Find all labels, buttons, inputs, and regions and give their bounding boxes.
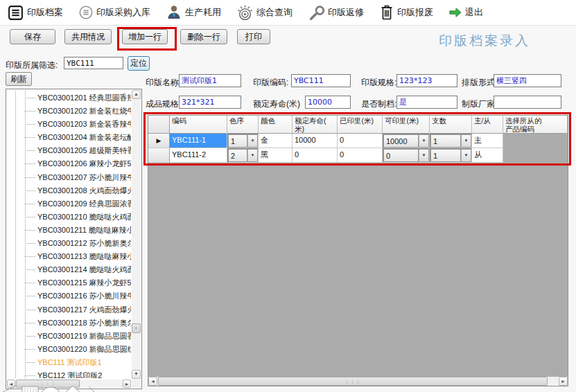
tree-item[interactable]: YBC03001211 脆哒哒麻辣小龙虾: [6, 224, 131, 237]
dropdown-arrow-icon[interactable]: ▼: [247, 149, 258, 162]
grid-column-header[interactable]: 可印里(米): [383, 116, 430, 134]
grid-cell[interactable]: 黑: [259, 148, 293, 163]
tree-item[interactable]: YBC03001204 新金装老坛酸菜面: [6, 131, 131, 144]
grid-dropdown-value: 0: [383, 149, 419, 162]
tree-item[interactable]: YBC03001212 苏小脆新奥尔良烤: [6, 237, 131, 250]
menu-item-plate-repair[interactable]: 印版返修: [308, 4, 364, 21]
grid-column-header[interactable]: 选择所从的 产品编码: [503, 116, 568, 134]
wrench-icon: [308, 4, 325, 21]
thumb-grip-icon: ⋮⋮⋮: [344, 380, 361, 383]
dropdown-arrow-icon[interactable]: ▼: [247, 134, 258, 148]
menu-square-icon: [7, 4, 24, 21]
archived-input[interactable]: [396, 96, 457, 109]
grid-cell[interactable]: YBC111-2: [170, 148, 227, 163]
tree-item[interactable]: YBC03001215 麻辣小龙虾55g15: [6, 276, 131, 289]
tree-item[interactable]: YBC03001216 苏小脆川辣牛肉5: [6, 289, 131, 303]
locate-button[interactable]: 定位: [128, 56, 150, 71]
grid-cell[interactable]: 0: [338, 134, 383, 148]
tree-item[interactable]: YBC03001220 新御品思圆红烧牛: [6, 343, 131, 356]
grid-cell[interactable]: 10000: [293, 134, 338, 148]
tree-item[interactable]: YBC03001214 脆哒哒火鸡面55g: [6, 263, 131, 276]
plate-code-label: 印版编码:: [253, 77, 288, 89]
print-button[interactable]: 打印: [237, 29, 270, 44]
tree-item[interactable]: YBC03001210 脆哒哒火鸡面55g: [6, 211, 131, 224]
plate-filter-input[interactable]: [64, 57, 123, 69]
dropdown-arrow-icon[interactable]: ▼: [419, 149, 429, 162]
grid-column-header[interactable]: 额定寿命( 米): [293, 116, 338, 134]
grid-cell[interactable]: 0: [338, 148, 383, 163]
scroll-right-arrow-icon[interactable]: ►: [559, 377, 568, 386]
tree-item[interactable]: YBC03001208 火鸡面劲爆火鸡面: [6, 184, 131, 197]
menu-item-plate-archive[interactable]: 印版档案: [7, 4, 63, 21]
tree-item[interactable]: YBC03001206 麻辣小龙虾55g: [6, 157, 131, 170]
tree-item[interactable]: YBC03001202 新金装红烧牛肉面: [6, 105, 131, 118]
tree-vscroll-thumb[interactable]: ≡: [132, 323, 141, 333]
save-button[interactable]: 保存: [10, 29, 55, 44]
grid-row-header[interactable]: [148, 148, 170, 163]
shared-status-button[interactable]: 共用情况: [64, 29, 112, 44]
grid-dropdown-value: 2: [228, 149, 247, 162]
grid-cell[interactable]: 金: [259, 134, 293, 148]
menu-item-plate-scrap[interactable]: 印版报废: [379, 4, 433, 21]
tree-item[interactable]: YBC03001209 经典思圆浓香排骨: [6, 197, 131, 211]
grid-dropdown-value: 1: [228, 134, 247, 148]
grid-cell[interactable]: YBC111-1: [170, 134, 227, 148]
dropdown-arrow-icon[interactable]: ▼: [461, 149, 471, 162]
tree-item[interactable]: YBC111 测试印版1: [6, 356, 131, 369]
plate-spec-input[interactable]: [396, 74, 457, 87]
archived-label: 是否制档:: [361, 98, 396, 110]
grid-column-header[interactable]: 颜色: [259, 116, 293, 134]
grid-column-header[interactable]: 支数: [430, 116, 472, 134]
plate-code-input[interactable]: [291, 74, 351, 87]
menu-item-comprehensive-query[interactable]: 综合查询: [236, 4, 293, 21]
tree-item[interactable]: YBC03001207 苏小脆川辣牛肉丝: [6, 171, 131, 184]
tree-item[interactable]: YBC03001203 新金装香辣牛肉面: [6, 118, 131, 131]
grid-dropdown-value: 10000: [383, 134, 419, 148]
menu-item-production-consumption[interactable]: 生产耗用: [166, 4, 221, 21]
layout-form-input[interactable]: [494, 74, 561, 87]
grid-column-header[interactable]: 编码: [170, 116, 227, 134]
grid-hscroll-thumb[interactable]: ⋮⋮⋮: [158, 377, 548, 386]
tree-item[interactable]: YBC03001217 火鸡面劲爆火鸡5: [6, 303, 131, 317]
refresh-button[interactable]: 刷新: [6, 72, 32, 86]
dropdown-arrow-icon[interactable]: ▼: [419, 134, 429, 148]
grid-dropdown-cell[interactable]: 1▼: [430, 148, 472, 163]
tree-item[interactable]: YBC03001213 脆哒哒麻辣小龙虾: [6, 250, 131, 263]
tree-item[interactable]: YBC03001205 超级斯美特香牛: [6, 144, 131, 157]
grid-dropdown-cell[interactable]: 2▼: [227, 148, 259, 163]
grid-column-header[interactable]: 色序: [227, 116, 259, 134]
tree-item[interactable]: YBC03001219 新御品思圆香辣牛: [6, 330, 131, 343]
delete-row-button[interactable]: 删除一行: [180, 29, 227, 44]
tree-vertical-scrollbar[interactable]: ▲ ≡ ▼: [132, 90, 141, 379]
add-row-button[interactable]: 增加一行: [122, 29, 168, 44]
rated-life-input[interactable]: [305, 96, 351, 109]
tree-item[interactable]: YBC112 测试印版2: [6, 369, 131, 378]
dropdown-arrow-icon[interactable]: ▼: [461, 134, 471, 148]
app-window: 印版档案 印版采购入库 生产耗用 综合查询 印版返修 印版报废 退出 保存 共用…: [0, 0, 576, 392]
plate-maker-input[interactable]: [494, 96, 561, 109]
menu-item-plate-purchase-inbound[interactable]: 印版采购入库: [78, 5, 150, 20]
scroll-up-arrow-icon[interactable]: ▲: [132, 90, 141, 99]
menu-item-label: 生产耗用: [185, 6, 221, 19]
tree-item[interactable]: YBC03001201 经典思圆香辣牛肉面: [6, 91, 131, 105]
grid-column-header[interactable]: 已印里(米): [338, 116, 383, 134]
grid-dropdown-cell[interactable]: 1▼: [227, 134, 259, 148]
grid-row-header[interactable]: ▶: [148, 134, 170, 148]
grid-column-header[interactable]: 主/从: [472, 116, 503, 134]
grid-cell[interactable]: 主: [472, 134, 503, 148]
scroll-left-arrow-icon[interactable]: ◄: [148, 377, 157, 386]
scroll-down-arrow-icon[interactable]: ▼: [132, 370, 141, 379]
grid-dropdown-cell[interactable]: 0▼: [383, 148, 430, 163]
menu-item-exit[interactable]: 退出: [448, 6, 483, 19]
grid-dropdown-cell[interactable]: 1▼: [430, 134, 472, 148]
grid-cell[interactable]: 0: [293, 148, 338, 163]
grid-dropdown-cell[interactable]: 10000▼: [383, 134, 430, 148]
plate-grid: 编码色序颜色额定寿命( 米)已印里(米)可印里(米)支数主/从选择所从的 产品编…: [148, 115, 568, 386]
grid-cell[interactable]: 从: [472, 148, 503, 163]
layout-form-label: 排版形式:: [462, 77, 497, 89]
plate-name-input[interactable]: [179, 74, 241, 87]
grid-horizontal-scrollbar[interactable]: ◄ ⋮⋮⋮ ►: [148, 377, 568, 386]
tree-item[interactable]: YBC03001218 苏小脆新奥尔良烤: [6, 317, 131, 330]
product-spec-input[interactable]: [179, 96, 241, 109]
tree-list: YBC03001201 经典思圆香辣牛肉面YBC03001202 新金装红烧牛肉…: [6, 91, 131, 378]
